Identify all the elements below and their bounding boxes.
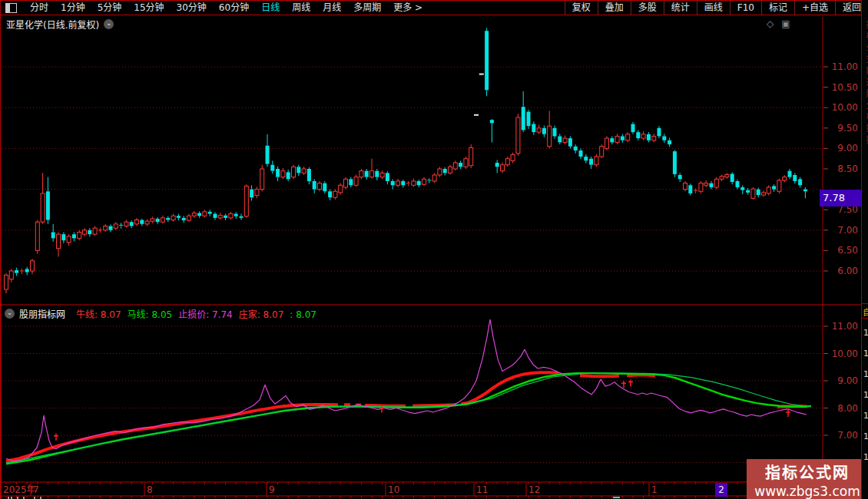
clipped-badge: 自 (863, 306, 868, 318)
price-label: 9.50 (837, 123, 858, 134)
price-label: 11.00 (832, 61, 858, 72)
price-label: 10.00 (832, 102, 858, 113)
month-label: 10 (388, 484, 399, 495)
price-label: 11.00 (832, 321, 858, 332)
indicator-chart-plot[interactable] (2, 319, 823, 481)
price-label: 10.50 (832, 82, 858, 93)
legend-庄家: 庄家: 8.07 (239, 309, 284, 320)
legend-止损价: 止损价: 7.74 (178, 309, 233, 320)
indicator-header: ⌄ 股朋指标网 牛线: 8.07马线: 8.05止损价: 7.74庄家: 8.0… (5, 307, 316, 320)
watermark-url: www.zbgs3.com (747, 484, 868, 499)
chart-canvas: 11.0010.5010.009.509.008.507.507.006.506… (0, 0, 868, 499)
price-label: 6.50 (837, 245, 858, 256)
price-label: 9.00 (837, 375, 858, 386)
right-clipped-panel: 指标公式网选股分析数据 自 1111111 (861, 0, 868, 499)
month-label: 7 (33, 484, 39, 495)
current-price-tag: 7.78 (820, 190, 862, 207)
legend-马线: 马线: 8.05 (128, 309, 173, 320)
legend-牛线: 牛线: 8.07 (76, 309, 121, 320)
main-chart-plot[interactable] (2, 17, 823, 304)
month-label: 12 (528, 484, 540, 495)
month-label: 8 (147, 484, 153, 495)
price-label: 8.50 (837, 164, 858, 174)
price-label: 7.00 (837, 430, 858, 441)
legend-extra: : 8.07 (290, 309, 316, 320)
price-label: 10.00 (832, 349, 858, 359)
current-month-tag: 2 (715, 483, 727, 497)
month-label: 11 (476, 484, 488, 495)
price-label: 9.00 (837, 143, 858, 154)
month-label: 9 (269, 484, 275, 495)
clipped-digits: 1111111 (863, 322, 868, 468)
clipped-vertical-text: 指标公式网选股分析数据 (863, 20, 868, 147)
price-label: 6.00 (837, 266, 858, 276)
indicator-site-label: 股朋指标网 (19, 307, 65, 320)
month-label: 1 (651, 484, 658, 495)
collapse-panel-icon[interactable]: ⌄ (5, 309, 15, 319)
watermark-title: 指标公式网 (747, 461, 868, 483)
price-label: 7.00 (837, 225, 858, 236)
watermark-logo: 指标公式网 www.zbgs3.com (747, 459, 868, 499)
indicator-legend: 牛线: 8.07马线: 8.05止损价: 7.74庄家: 8.07: 8.07 (70, 307, 316, 320)
price-label: 8.00 (837, 403, 858, 414)
app-window: 分时1分钟5分钟15分钟30分钟60分钟日线周线月线多周期更多 > 复权叠加多股… (0, 0, 868, 499)
